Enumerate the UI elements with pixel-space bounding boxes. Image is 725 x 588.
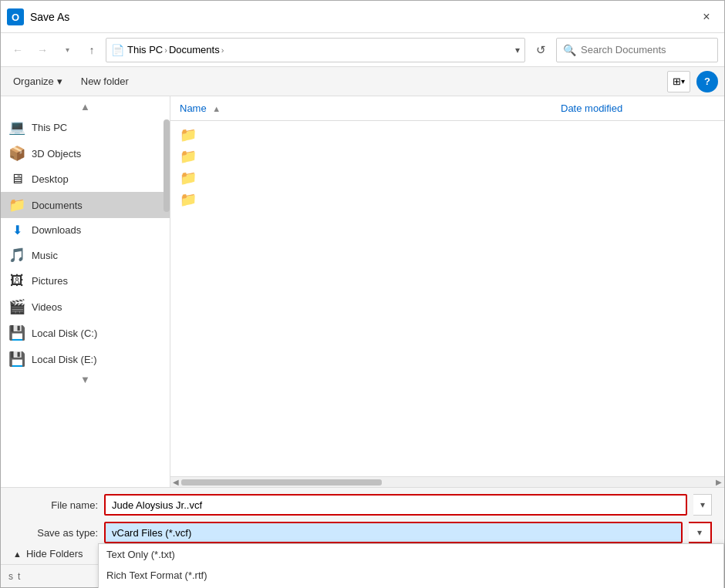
sidebar-item-label: Videos <box>32 301 62 313</box>
filename-input[interactable] <box>104 494 687 516</box>
new-folder-button[interactable]: New folder <box>75 72 135 90</box>
scroll-up-icon: ▲ <box>80 101 90 113</box>
address-dropdown-button[interactable]: ▾ <box>515 45 520 55</box>
help-button[interactable]: ? <box>696 71 718 92</box>
organize-arrow: ▾ <box>57 76 62 87</box>
scroll-down-icon: ▼ <box>80 374 90 385</box>
up-button[interactable]: ↑ <box>81 39 103 61</box>
dialog-title: Save As <box>30 11 69 23</box>
dropdown-item-rtf[interactable]: Rich Text Format (*.rtf) <box>99 565 723 586</box>
sidebar-item-label: Local Disk (E:) <box>32 354 97 365</box>
savetype-row: Save as type: vCard Files (*.vcf) ▾ Text… <box>1 522 724 543</box>
sidebar-item-pictures[interactable]: 🖼 Pictures <box>1 268 170 294</box>
sidebar-item-label: Documents <box>32 200 83 211</box>
sidebar-item-downloads[interactable]: ⬇ Downloads <box>1 218 170 242</box>
sidebar-item-label: This PC <box>32 122 67 133</box>
filename-label: File name: <box>13 499 98 511</box>
dropdown-item-txt[interactable]: Text Only (*.txt) <box>99 544 723 565</box>
sidebar-item-this-pc[interactable]: 💻 This PC <box>1 114 170 140</box>
toolbar: ← → ▾ ↑ 📄 This PC › Documents › ▾ ↺ 🔍 <box>1 33 724 67</box>
title-bar-left: O Save As <box>7 8 69 25</box>
sidebar-item-label: Music <box>32 250 58 261</box>
app-icon: O <box>7 8 24 25</box>
folder-icon: 📁 <box>180 191 197 208</box>
file-item[interactable]: 📁 <box>170 167 724 189</box>
view-button[interactable]: ⊞ ▾ <box>667 71 690 92</box>
search-input[interactable] <box>581 44 711 55</box>
col-name-label: Name <box>180 102 207 114</box>
sidebar-item-label: Pictures <box>32 275 68 287</box>
organize-button[interactable]: Organize ▾ <box>7 72 69 90</box>
sidebar-scroll-down[interactable]: ▼ <box>1 372 170 387</box>
savetype-label: Save as type: <box>13 527 98 539</box>
file-area: Name ▲ Date modified 📁 📁 📁 <box>170 96 724 487</box>
sidebar-item-local-c[interactable]: 💾 Local Disk (C:) <box>1 320 170 346</box>
h-scroll-thumb[interactable] <box>181 479 382 486</box>
downloads-icon: ⬇ <box>8 223 25 237</box>
folder-icon: 📁 <box>180 126 197 143</box>
sidebar-scrollbar-thumb[interactable] <box>164 119 170 212</box>
main-content: ▲ 💻 This PC 📦 3D Objects 🖥 Desktop 📁 Doc… <box>1 96 724 487</box>
col-date-header[interactable]: Date modified <box>561 102 715 114</box>
sidebar-item-music[interactable]: 🎵 Music <box>1 242 170 268</box>
view-icon: ⊞ <box>673 76 681 87</box>
pictures-icon: 🖼 <box>8 273 25 289</box>
col-name-header[interactable]: Name ▲ <box>180 102 561 114</box>
this-pc-icon: 💻 <box>8 119 25 136</box>
videos-icon: 🎬 <box>8 298 25 315</box>
close-button[interactable]: × <box>695 5 718 29</box>
sidebar-item-videos[interactable]: 🎬 Videos <box>1 294 170 320</box>
back-button[interactable]: ← <box>7 39 29 61</box>
file-item[interactable]: 📁 <box>170 189 724 210</box>
folder-icon: 📁 <box>180 170 197 186</box>
file-item[interactable]: 📁 <box>170 124 724 146</box>
horizontal-scrollbar[interactable]: ◀ ▶ <box>170 476 724 487</box>
breadcrumb-documents[interactable]: Documents <box>169 44 220 55</box>
folder-icon: 📁 <box>180 148 197 165</box>
sidebar-item-3d-objects[interactable]: 📦 3D Objects <box>1 140 170 166</box>
sidebar-item-label: Desktop <box>32 173 69 185</box>
address-bar-icon: 📄 <box>111 44 124 56</box>
local-e-icon: 💾 <box>8 351 25 368</box>
sidebar-item-local-e[interactable]: 💾 Local Disk (E:) <box>1 346 170 372</box>
calendar-text-t: t <box>18 571 20 582</box>
sidebar-item-desktop[interactable]: 🖥 Desktop <box>1 166 170 192</box>
savetype-select[interactable]: vCard Files (*.vcf) <box>104 522 683 543</box>
breadcrumb-this-pc[interactable]: This PC <box>127 44 163 55</box>
sidebar-item-label: 3D Objects <box>32 148 81 160</box>
save-as-dialog: O Save As × ← → ▾ ↑ 📄 This PC › Document… <box>0 0 725 588</box>
search-bar[interactable]: 🔍 <box>556 38 718 62</box>
filename-dropdown-button[interactable]: ▾ <box>693 494 712 516</box>
sidebar-item-documents[interactable]: 📁 Documents <box>1 192 170 218</box>
refresh-button[interactable]: ↺ <box>528 38 553 62</box>
documents-icon: 📁 <box>8 197 25 213</box>
hide-folders-chevron: ▲ <box>13 549 22 559</box>
bottom-panel: File name: ▾ Save as type: vCard Files (… <box>1 487 724 564</box>
sort-arrow: ▲ <box>212 104 221 113</box>
sidebar-scroll-up[interactable]: ▲ <box>1 99 170 114</box>
action-bar: Organize ▾ New folder ⊞ ▾ ? <box>1 67 724 96</box>
h-scroll-right-btn[interactable]: ▶ <box>713 478 724 486</box>
title-bar: O Save As × <box>1 1 724 33</box>
sidebar-item-label: Downloads <box>32 224 81 236</box>
filename-row: File name: ▾ <box>1 488 724 522</box>
h-scroll-track[interactable] <box>181 479 713 486</box>
file-item[interactable]: 📁 <box>170 146 724 167</box>
calendar-text-s: s <box>8 571 13 582</box>
file-list-header: Name ▲ Date modified <box>170 96 724 121</box>
recent-locations-button[interactable]: ▾ <box>56 39 78 61</box>
3d-objects-icon: 📦 <box>8 145 25 162</box>
forward-button[interactable]: → <box>32 39 53 61</box>
address-bar[interactable]: 📄 This PC › Documents › ▾ <box>106 38 525 62</box>
organize-label: Organize <box>13 76 54 87</box>
svg-text:O: O <box>12 12 19 23</box>
local-c-icon: 💾 <box>8 324 25 341</box>
breadcrumb: This PC › Documents › <box>127 44 224 55</box>
view-arrow: ▾ <box>681 77 685 86</box>
h-scroll-left-btn[interactable]: ◀ <box>170 478 181 486</box>
hide-folders-label: Hide Folders <box>26 548 83 559</box>
sidebar: ▲ 💻 This PC 📦 3D Objects 🖥 Desktop 📁 Doc… <box>1 96 170 487</box>
music-icon: 🎵 <box>8 247 25 264</box>
savetype-dropdown-button[interactable]: ▾ <box>689 522 712 543</box>
sidebar-item-label: Local Disk (C:) <box>32 328 97 339</box>
